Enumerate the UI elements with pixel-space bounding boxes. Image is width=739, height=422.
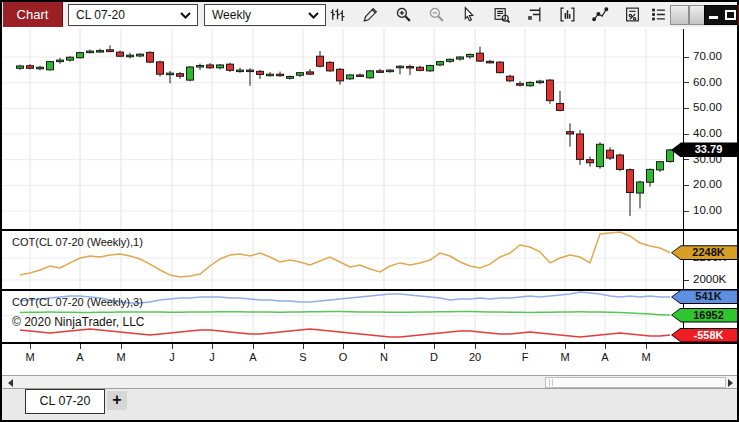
cot2-value-tag-line-1: 541K <box>671 289 738 304</box>
add-tab-button[interactable]: + <box>107 391 127 410</box>
time-label: M <box>560 351 569 363</box>
window-button-blank-1[interactable] <box>670 5 689 25</box>
window-title-tab[interactable]: Chart <box>3 2 63 27</box>
time-tick <box>172 344 173 349</box>
zoom-out-icon <box>428 6 445 23</box>
chevron-down-icon <box>308 12 319 19</box>
time-tick <box>30 344 31 349</box>
time-label: M <box>641 351 650 363</box>
price-tick-label: 40.00 <box>693 127 722 139</box>
restore-button[interactable] <box>721 5 739 25</box>
last-price-tag: 33.79 <box>671 142 738 157</box>
price-axis-border <box>683 29 684 375</box>
restore-icon <box>725 10 736 20</box>
time-axis[interactable]: MAMJJASOND20FMAM <box>2 344 737 375</box>
price-tick-label: 20.00 <box>693 178 722 190</box>
time-label: F <box>522 351 529 363</box>
price-tick-label: 60.00 <box>693 76 722 88</box>
scrollbar-thumb[interactable] <box>545 377 726 388</box>
last-price-tag-body: 33.79 <box>672 143 737 156</box>
thumb-grip <box>549 379 550 386</box>
instrument-selector[interactable]: CL 07-20 <box>68 4 198 26</box>
cot2-value-tag-line-2: 16952 <box>671 308 738 323</box>
watermark: © 2020 NinjaTrader, LLC <box>12 315 144 329</box>
cot2-value-tag-line-2-body: 16952 <box>672 309 737 322</box>
time-tick <box>253 344 254 349</box>
time-label: M <box>116 351 125 363</box>
price-tick <box>684 57 689 58</box>
time-tick <box>646 344 647 349</box>
object-list-icon[interactable] <box>650 6 667 23</box>
drawing-tools-icon[interactable] <box>362 6 379 23</box>
horizontal-scrollbar[interactable] <box>2 375 737 389</box>
price-tick <box>684 211 689 212</box>
chart-window: Chart CL 07-20 Weekly <box>0 0 739 422</box>
scroll-right-icon[interactable] <box>728 379 733 387</box>
toolbar: Chart CL 07-20 Weekly <box>2 2 737 27</box>
interval-value: Weekly <box>212 8 251 22</box>
time-label: A <box>76 351 83 363</box>
price-tick <box>684 108 689 109</box>
time-label: D <box>430 351 438 363</box>
cot2-value-tag-line-1-text: 541K <box>682 290 735 303</box>
price-tick-label: 70.00 <box>693 50 722 62</box>
scroll-left-icon[interactable] <box>8 379 13 387</box>
time-label: N <box>380 351 388 363</box>
time-label: M <box>25 351 34 363</box>
time-label: S <box>299 351 306 363</box>
cot1-tick <box>684 280 689 281</box>
time-tick <box>565 344 566 349</box>
time-tick <box>343 344 344 349</box>
cot1-value-tag-text: 2248K <box>682 246 735 259</box>
draw-line-icon[interactable] <box>592 6 609 23</box>
data-box-icon[interactable] <box>493 6 510 23</box>
price-bars-style-icon[interactable] <box>329 6 346 23</box>
cot2-value-tag-line-3-text: -558K <box>682 329 735 342</box>
zoom-in-icon[interactable] <box>395 6 412 23</box>
time-tick <box>121 344 122 349</box>
cot2-indicator-label: COT(CL 07-20 (Weekly),3) <box>12 296 143 308</box>
strategies-icon[interactable] <box>624 6 641 23</box>
price-tick <box>684 159 689 160</box>
time-tick <box>80 344 81 349</box>
time-label: J <box>209 351 215 363</box>
time-label: 20 <box>469 351 481 363</box>
candles <box>17 45 674 216</box>
time-tick <box>384 344 385 349</box>
cot2-value-tag-line-3: -558K <box>671 328 738 343</box>
thumb-grip <box>552 379 553 386</box>
price-panel[interactable] <box>2 29 683 229</box>
price-tick <box>684 185 689 186</box>
tab-row: CL 07-20 + <box>2 389 737 420</box>
time-label: O <box>339 351 348 363</box>
cot1-tick-label: 2000K <box>693 273 726 285</box>
price-grid <box>2 29 683 229</box>
time-tick <box>434 344 435 349</box>
time-tick <box>475 344 476 349</box>
last-price-tag-text: 33.79 <box>682 143 735 156</box>
time-label: J <box>169 351 175 363</box>
price-tick <box>684 134 689 135</box>
instrument-value: CL 07-20 <box>76 8 125 22</box>
cot2-value-tag-line-3-body: -558K <box>672 329 737 342</box>
price-tick-label: 50.00 <box>693 101 722 113</box>
time-label: A <box>601 351 608 363</box>
time-label: A <box>249 351 256 363</box>
price-tick <box>684 82 689 83</box>
minimize-icon <box>709 16 718 19</box>
cot1-value-tag: 2248K <box>671 245 738 260</box>
cot1-indicator-label: COT(CL 07-20 (Weekly),1) <box>12 236 143 248</box>
tab-cl-07-20[interactable]: CL 07-20 <box>25 389 105 414</box>
cursor-icon[interactable] <box>460 6 477 23</box>
time-tick <box>605 344 606 349</box>
cot2-value-tag-line-1-body: 541K <box>672 290 737 303</box>
time-tick <box>525 344 526 349</box>
cot2-value-tag-line-2-text: 16952 <box>682 309 735 322</box>
interval-selector[interactable]: Weekly <box>204 4 326 26</box>
cot1-value-tag-body: 2248K <box>672 246 737 259</box>
price-tick-label: 10.00 <box>693 204 722 216</box>
time-tick <box>303 344 304 349</box>
chart-trader-icon[interactable] <box>526 6 543 23</box>
time-tick <box>212 344 213 349</box>
indicators-icon[interactable] <box>559 6 576 23</box>
